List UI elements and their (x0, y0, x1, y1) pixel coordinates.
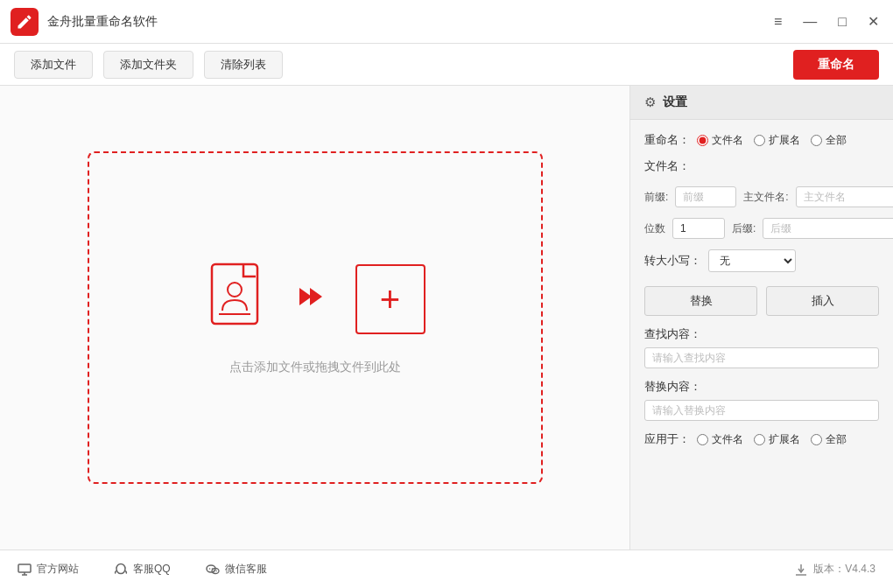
official-site-link[interactable]: 官方网站 (18, 562, 79, 577)
case-select[interactable]: 无 大写 小写 (708, 249, 796, 272)
rename-filename-option[interactable]: 文件名 (697, 133, 743, 148)
digits-suffix-row: 位数 后缀: (644, 218, 879, 239)
app-logo (11, 8, 39, 36)
svg-marker-4 (310, 288, 322, 305)
digits-label: 位数 (644, 221, 665, 236)
app-title: 金舟批量重命名软件 (47, 14, 770, 30)
main-file-label: 主文件名: (743, 190, 788, 205)
add-file-button[interactable]: 添加文件 (14, 51, 93, 79)
settings-title: 设置 (663, 94, 687, 110)
filename-section-label: 文件名： (644, 158, 690, 174)
gear-icon: ⚙ (644, 94, 656, 110)
filename-section-row: 文件名： (644, 158, 879, 176)
main-file-input[interactable] (796, 186, 893, 207)
close-button[interactable]: ✕ (864, 11, 882, 32)
find-label: 查找内容： (644, 326, 879, 342)
rename-all-radio[interactable] (811, 135, 822, 146)
add-file-plus-box: + (355, 264, 425, 334)
download-icon (794, 564, 808, 576)
file-list-panel[interactable]: + 点击添加文件或拖拽文件到此处 (0, 86, 630, 550)
add-folder-button[interactable]: 添加文件夹 (103, 51, 193, 79)
svg-rect-5 (18, 564, 31, 572)
version-info: 版本：V4.4.3 (794, 562, 875, 577)
maximize-button[interactable]: □ (834, 12, 850, 32)
settings-header: ⚙ 设置 (630, 86, 893, 120)
drop-zone-illustration: + (205, 260, 425, 339)
apply-filename-option[interactable]: 文件名 (697, 432, 743, 447)
minimize-button[interactable]: — (799, 12, 820, 32)
customer-qq-link[interactable]: 客服QQ (114, 562, 171, 577)
apply-row: 应用于： 文件名 扩展名 全部 (644, 431, 879, 447)
rename-extension-radio[interactable] (754, 135, 765, 146)
title-bar: 金舟批量重命名软件 ≡ — □ ✕ (0, 0, 893, 44)
replace-insert-row: 替换 插入 (644, 286, 879, 316)
replace-content-input[interactable] (644, 400, 879, 421)
replace-button[interactable]: 替换 (644, 286, 757, 316)
insert-button[interactable]: 插入 (766, 286, 879, 316)
file-icon-left (205, 260, 275, 339)
qq-icon (114, 563, 128, 577)
rename-all-option[interactable]: 全部 (811, 133, 847, 148)
suffix-label: 后缀: (732, 221, 756, 236)
svg-point-1 (228, 283, 242, 297)
find-input[interactable] (644, 347, 879, 368)
rename-type-row: 重命名： 文件名 扩展名 全部 (644, 132, 879, 148)
version-text: 版本：V4.4.3 (813, 562, 875, 577)
case-label: 转大小写： (644, 253, 701, 269)
apply-all-label: 全部 (826, 432, 847, 447)
main-content: + 点击添加文件或拖拽文件到此处 ⚙ 设置 重命名： 文件名 (0, 86, 893, 550)
svg-point-8 (116, 564, 125, 573)
prefix-label: 前缀: (644, 190, 668, 205)
svg-point-13 (214, 570, 214, 570)
replace-content-row: 替换内容： (644, 379, 879, 421)
apply-radio-group: 文件名 扩展名 全部 (697, 432, 847, 447)
replace-content-label: 替换内容： (644, 379, 879, 395)
find-row: 查找内容： (644, 326, 879, 368)
apply-filename-radio[interactable] (697, 434, 708, 445)
apply-extension-option[interactable]: 扩展名 (754, 432, 800, 447)
footer: 官方网站 客服QQ 微信客服 版本：V4.4.3 (0, 550, 893, 588)
clear-list-button[interactable]: 清除列表 (204, 51, 283, 79)
rename-filename-radio[interactable] (697, 135, 708, 146)
official-site-text: 官方网站 (37, 562, 79, 577)
prefix-main-row: 前缀: 主文件名: (644, 186, 879, 207)
apply-extension-label: 扩展名 (769, 432, 800, 447)
drop-zone[interactable]: + 点击添加文件或拖拽文件到此处 (88, 151, 543, 484)
customer-qq-text: 客服QQ (133, 562, 171, 577)
svg-point-14 (215, 570, 216, 570)
svg-marker-3 (299, 288, 312, 305)
prefix-input[interactable] (675, 186, 736, 207)
suffix-input[interactable] (763, 218, 893, 239)
rename-filename-label: 文件名 (712, 133, 743, 148)
monitor-icon (18, 564, 32, 576)
wechat-service-link[interactable]: 微信客服 (206, 562, 267, 577)
window-controls: ≡ — □ ✕ (770, 11, 882, 32)
rename-button[interactable]: 重命名 (793, 50, 879, 80)
svg-point-10 (208, 568, 210, 570)
rename-type-label: 重命名： (644, 132, 690, 148)
rename-radio-group: 文件名 扩展名 全部 (697, 133, 847, 148)
digits-input[interactable] (672, 218, 725, 239)
rename-extension-label: 扩展名 (769, 133, 800, 148)
case-row: 转大小写： 无 大写 小写 (644, 249, 879, 272)
settings-body: 重命名： 文件名 扩展名 全部 (630, 120, 893, 550)
toolbar: 添加文件 添加文件夹 清除列表 重命名 (0, 44, 893, 86)
plus-icon: + (380, 282, 400, 317)
drop-zone-text: 点击添加文件或拖拽文件到此处 (229, 360, 401, 375)
rename-extension-option[interactable]: 扩展名 (754, 133, 800, 148)
rename-all-label: 全部 (826, 133, 847, 148)
wechat-service-text: 微信客服 (225, 562, 267, 577)
menu-icon[interactable]: ≡ (770, 12, 785, 32)
apply-filename-label: 文件名 (712, 432, 743, 447)
apply-all-radio[interactable] (811, 434, 822, 445)
settings-panel: ⚙ 设置 重命名： 文件名 扩展名 全部 (630, 86, 893, 550)
apply-extension-radio[interactable] (754, 434, 765, 445)
apply-all-option[interactable]: 全部 (811, 432, 847, 447)
apply-label: 应用于： (644, 431, 690, 447)
arrow-right-icon (299, 284, 331, 315)
wechat-icon (206, 563, 220, 577)
